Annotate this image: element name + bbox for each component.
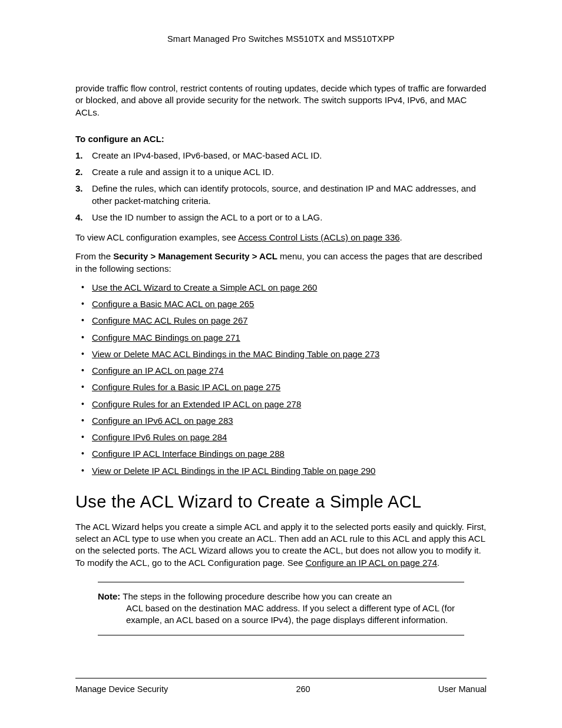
text-run: To view ACL configuration examples, see (75, 232, 238, 242)
section-title: Use the ACL Wizard to Create a Simple AC… (75, 492, 487, 512)
step-number: 1. (75, 150, 83, 162)
link-acl-examples[interactable]: Access Control Lists (ACLs) on page 336 (238, 232, 399, 242)
link-section[interactable]: Configure IP ACL Interface Bindings on p… (92, 449, 285, 459)
link-section[interactable]: View or Delete MAC ACL Bindings in the M… (92, 349, 379, 359)
link-section[interactable]: View or Delete IP ACL Bindings in the IP… (92, 466, 375, 476)
footer-page-number: 260 (296, 684, 310, 694)
divider (98, 635, 464, 635)
link-section[interactable]: Configure an IPv6 ACL on page 283 (92, 416, 233, 426)
link-configure-ip-acl[interactable]: Configure an IP ACL on page 274 (306, 558, 438, 568)
note-content: Note: The steps in the following procedu… (98, 582, 464, 635)
list-item: Configure an IPv6 ACL on page 283 (75, 415, 487, 427)
link-section[interactable]: Configure Rules for an Extended IP ACL o… (92, 399, 301, 409)
link-section[interactable]: Configure Rules for a Basic IP ACL on pa… (92, 382, 280, 392)
list-item: Configure MAC ACL Rules on page 267 (75, 315, 487, 327)
list-item: View or Delete IP ACL Bindings in the IP… (75, 465, 487, 477)
divider (75, 678, 487, 678)
step-number: 3. (75, 183, 83, 195)
step-item: 4.Use the ID number to assign the ACL to… (75, 212, 487, 223)
page-footer: Manage Device Security 260 User Manual (75, 678, 487, 694)
step-text: Create an IPv4-based, IPv6-based, or MAC… (92, 150, 322, 160)
step-text: Use the ID number to assign the ACL to a… (92, 212, 322, 222)
list-item: Configure an IP ACL on page 274 (75, 365, 487, 377)
step-number: 4. (75, 212, 83, 223)
list-item: Configure Rules for an Extended IP ACL o… (75, 398, 487, 410)
steps-list: 1.Create an IPv4-based, IPv6-based, or M… (75, 150, 487, 223)
note-text: ACL based on the destination MAC address… (98, 602, 464, 627)
list-item: Use the ACL Wizard to Create a Simple AC… (75, 282, 487, 294)
menu-path: Security > Management Security > ACL (113, 251, 277, 261)
list-item: View or Delete MAC ACL Bindings in the M… (75, 348, 487, 360)
note-block: Note: The steps in the following procedu… (98, 582, 464, 635)
list-item: Configure a Basic MAC ACL on page 265 (75, 298, 487, 310)
list-item: Configure IP ACL Interface Bindings on p… (75, 448, 487, 460)
link-section[interactable]: Use the ACL Wizard to Create a Simple AC… (92, 282, 317, 292)
configure-heading: To configure an ACL: (75, 134, 487, 144)
text-run: From the (75, 251, 113, 261)
text-run: . (437, 558, 439, 568)
link-section[interactable]: Configure MAC ACL Rules on page 267 (92, 315, 248, 325)
note-label: Note: (98, 591, 120, 601)
page: Smart Managed Pro Switches MS510TX and M… (0, 0, 562, 728)
step-text: Define the rules, which can identify pro… (92, 183, 476, 205)
page-header: Smart Managed Pro Switches MS510TX and M… (75, 34, 487, 44)
section-body: The ACL Wizard helps you create a simple… (75, 521, 487, 569)
link-section[interactable]: Configure MAC Bindings on page 271 (92, 332, 240, 342)
footer-left: Manage Device Security (75, 684, 168, 694)
note-text: The steps in the following procedure des… (123, 591, 392, 601)
step-item: 3.Define the rules, which can identify p… (75, 183, 487, 207)
step-text: Create a rule and assign it to a unique … (92, 167, 274, 177)
footer-right: User Manual (438, 684, 487, 694)
from-menu-paragraph: From the Security > Management Security … (75, 251, 487, 275)
header-title: Smart Managed Pro Switches MS510TX and M… (167, 34, 395, 44)
view-examples-paragraph: To view ACL configuration examples, see … (75, 232, 487, 243)
step-item: 1.Create an IPv4-based, IPv6-based, or M… (75, 150, 487, 162)
link-section[interactable]: Configure a Basic MAC ACL on page 265 (92, 299, 254, 309)
intro-paragraph: provide traffic flow control, restrict c… (75, 83, 487, 118)
step-item: 2.Create a rule and assign it to a uniqu… (75, 166, 487, 178)
link-section[interactable]: Configure IPv6 Rules on page 284 (92, 432, 227, 442)
list-item: Configure IPv6 Rules on page 284 (75, 431, 487, 443)
list-item: Configure Rules for a Basic IP ACL on pa… (75, 381, 487, 393)
text-run: . (400, 232, 402, 242)
list-item: Configure MAC Bindings on page 271 (75, 332, 487, 344)
step-number: 2. (75, 166, 83, 178)
link-section[interactable]: Configure an IP ACL on page 274 (92, 365, 224, 375)
section-links-list: Use the ACL Wizard to Create a Simple AC… (75, 282, 487, 477)
